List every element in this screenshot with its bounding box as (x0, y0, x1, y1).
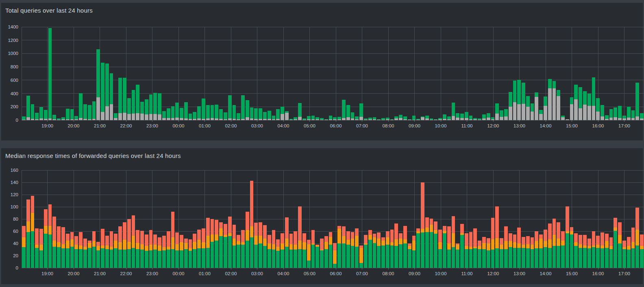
bar[interactable] (228, 217, 232, 268)
bar[interactable] (553, 81, 556, 120)
bar[interactable] (118, 78, 122, 120)
bar[interactable] (294, 231, 297, 268)
bar[interactable] (622, 116, 626, 120)
bar[interactable] (570, 227, 574, 268)
bar[interactable] (171, 212, 175, 268)
bar[interactable] (276, 239, 280, 268)
bar[interactable] (627, 237, 631, 268)
bar[interactable] (48, 204, 52, 268)
bar[interactable] (250, 181, 254, 268)
bar[interactable] (254, 108, 258, 120)
bar[interactable] (408, 119, 411, 120)
bar[interactable] (574, 233, 578, 268)
bar[interactable] (381, 118, 385, 120)
bar[interactable] (539, 110, 543, 120)
bar[interactable] (110, 73, 113, 120)
bar[interactable] (136, 85, 139, 120)
bar[interactable] (302, 233, 306, 268)
bar[interactable] (425, 116, 429, 120)
bar[interactable] (298, 103, 302, 120)
bar[interactable] (526, 96, 530, 120)
bar[interactable] (346, 231, 350, 268)
bar[interactable] (482, 114, 486, 120)
bar[interactable] (35, 113, 39, 120)
bar[interactable] (184, 102, 188, 120)
bar[interactable] (153, 93, 157, 120)
bar[interactable] (526, 236, 530, 268)
bar[interactable] (215, 105, 218, 120)
bar[interactable] (517, 228, 521, 268)
bar[interactable] (96, 49, 100, 120)
bar[interactable] (531, 103, 534, 120)
bar[interactable] (311, 230, 315, 268)
bar[interactable] (83, 239, 87, 268)
bar[interactable] (592, 77, 596, 120)
bar[interactable] (509, 233, 512, 268)
bar[interactable] (587, 94, 591, 120)
bar[interactable] (281, 107, 284, 120)
bar[interactable] (315, 117, 319, 120)
bar[interactable] (627, 107, 631, 120)
bar[interactable] (640, 234, 644, 268)
bar[interactable] (206, 218, 210, 268)
bar[interactable] (425, 217, 429, 268)
bar[interactable] (355, 228, 359, 268)
bar[interactable] (180, 235, 183, 268)
bar[interactable] (114, 234, 117, 268)
bar[interactable] (320, 118, 324, 120)
bar[interactable] (44, 110, 48, 120)
bar[interactable] (66, 109, 70, 120)
bar[interactable] (342, 100, 346, 120)
bar[interactable] (289, 119, 293, 120)
bar[interactable] (263, 225, 267, 268)
bar[interactable] (614, 107, 617, 120)
bar[interactable] (416, 119, 420, 120)
bar[interactable] (285, 217, 289, 268)
bar[interactable] (184, 239, 188, 268)
bar[interactable] (500, 238, 503, 268)
bar[interactable] (52, 217, 56, 268)
bar[interactable] (272, 230, 276, 268)
bar[interactable] (605, 115, 609, 120)
bar[interactable] (465, 112, 468, 120)
bar[interactable] (609, 109, 613, 120)
bar[interactable] (52, 115, 56, 120)
bar[interactable] (351, 112, 355, 120)
bar[interactable] (399, 115, 402, 120)
bar[interactable] (39, 229, 43, 268)
bar[interactable] (561, 231, 565, 268)
bar[interactable] (469, 232, 473, 268)
bar[interactable] (548, 79, 552, 120)
bar[interactable] (281, 233, 284, 268)
bar[interactable] (219, 222, 223, 268)
bar[interactable] (478, 241, 481, 268)
bar[interactable] (175, 232, 179, 268)
bar[interactable] (579, 235, 582, 268)
bar[interactable] (171, 106, 175, 120)
bar[interactable] (320, 239, 324, 268)
bar[interactable] (465, 233, 468, 268)
bar[interactable] (158, 93, 161, 120)
bar[interactable] (504, 109, 508, 120)
bar[interactable] (473, 228, 477, 268)
bar[interactable] (618, 106, 622, 120)
bar[interactable] (35, 228, 39, 268)
bar[interactable] (513, 234, 517, 268)
bar[interactable] (456, 243, 459, 268)
bar[interactable] (48, 28, 52, 120)
bar[interactable] (592, 231, 596, 268)
bar[interactable] (237, 235, 240, 268)
bar[interactable] (74, 116, 78, 120)
bar[interactable] (289, 234, 293, 268)
bar[interactable] (460, 114, 464, 120)
bar[interactable] (579, 87, 582, 120)
bar[interactable] (241, 230, 245, 268)
bar[interactable] (509, 92, 512, 120)
bar[interactable] (254, 223, 258, 268)
bar[interactable] (553, 219, 556, 268)
bar[interactable] (570, 97, 574, 120)
bar[interactable] (193, 112, 196, 120)
bar[interactable] (447, 116, 451, 120)
bar[interactable] (96, 242, 100, 268)
bar[interactable] (302, 118, 306, 120)
